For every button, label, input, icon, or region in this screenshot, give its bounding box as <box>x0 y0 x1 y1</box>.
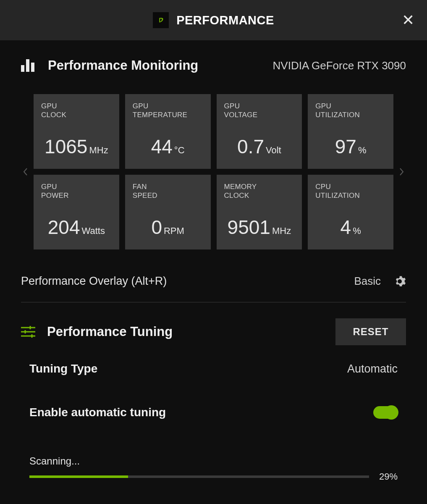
metric-gpu-voltage: GPUVOLTAGE 0.7 Volt <box>217 94 302 169</box>
metric-label: GPUUTILIZATION <box>315 102 386 120</box>
monitoring-title: Performance Monitoring <box>48 58 198 73</box>
close-icon[interactable]: ✕ <box>402 13 414 28</box>
metric-value: 9501 <box>228 216 270 239</box>
enable-tuning-toggle[interactable] <box>373 406 398 419</box>
svg-rect-2 <box>31 63 34 72</box>
progress-fill <box>29 475 128 478</box>
reset-button[interactable]: RESET <box>335 318 406 345</box>
progress-label: Scanning... <box>29 455 398 467</box>
metric-label: MEMORYCLOCK <box>224 182 295 201</box>
tuning-header: Performance Tuning RESET <box>21 318 406 345</box>
metric-fan-speed: FANSPEED 0 RPM <box>125 175 211 249</box>
bars-icon <box>21 59 36 72</box>
titlebar: PERFORMANCE ✕ <box>0 0 427 40</box>
metric-value-row: 44 °C <box>133 135 203 163</box>
metric-label: GPUPOWER <box>41 182 112 201</box>
svg-rect-1 <box>26 59 29 72</box>
metric-value: 1065 <box>45 135 87 158</box>
metric-gpu-util: GPUUTILIZATION 97 % <box>308 94 393 169</box>
titlebar-center: PERFORMANCE <box>153 12 274 28</box>
metric-gpu-clock: GPUCLOCK 1065 MHz <box>34 94 119 169</box>
monitoring-header: Performance Monitoring NVIDIA GeForce RT… <box>21 58 406 73</box>
sliders-icon <box>21 326 35 338</box>
enable-tuning-label: Enable automatic tuning <box>29 406 166 419</box>
metric-value-row: 0.7 Volt <box>224 135 295 163</box>
overlay-mode-select[interactable]: Basic <box>354 275 381 288</box>
metric-value: 0.7 <box>237 135 264 158</box>
metric-value-row: 204 Watts <box>41 216 112 244</box>
metric-label: GPUVOLTAGE <box>224 102 295 120</box>
gpu-name: NVIDIA GeForce RTX 3090 <box>273 59 406 72</box>
metrics-grid: GPUCLOCK 1065 MHz GPUTEMPERATURE 44 °C G… <box>34 94 393 249</box>
metric-value-row: 1065 MHz <box>41 135 112 163</box>
metric-label: CPUUTILIZATION <box>315 182 386 201</box>
metric-value: 4 <box>341 216 351 239</box>
metric-unit: % <box>358 145 367 156</box>
tuning-title: Performance Tuning <box>47 324 173 339</box>
metric-cpu-util: CPUUTILIZATION 4 % <box>308 175 393 249</box>
metric-unit: Watts <box>82 226 105 236</box>
metric-gpu-temp: GPUTEMPERATURE 44 °C <box>125 94 211 169</box>
metric-unit: MHz <box>272 226 291 236</box>
metric-value-row: 0 RPM <box>133 216 203 244</box>
metric-unit: RPM <box>164 226 184 236</box>
metric-unit: % <box>353 226 361 236</box>
metric-label: GPUTEMPERATURE <box>133 102 203 120</box>
tuning-type-value: Automatic <box>347 362 398 375</box>
metrics-next-button[interactable] <box>398 163 406 180</box>
metric-value-row: 9501 MHz <box>224 216 295 244</box>
metric-unit: °C <box>174 145 185 156</box>
metric-value: 44 <box>151 135 173 158</box>
metric-value: 97 <box>335 135 356 158</box>
toggle-knob-icon <box>384 405 398 420</box>
gear-icon[interactable] <box>393 275 406 288</box>
overlay-row: Performance Overlay (Alt+R) Basic <box>21 275 406 302</box>
progress-percent: 29% <box>379 471 398 482</box>
metric-label: GPUCLOCK <box>41 102 112 120</box>
tuning-type-row[interactable]: Tuning Type Automatic <box>21 362 406 375</box>
metric-value-row: 4 % <box>315 216 386 244</box>
metric-unit: MHz <box>89 145 108 156</box>
metric-value: 0 <box>151 216 162 239</box>
metric-value-row: 97 % <box>315 135 386 163</box>
metric-value: 204 <box>48 216 80 239</box>
metrics-prev-button[interactable] <box>21 163 29 180</box>
metric-gpu-power: GPUPOWER 204 Watts <box>34 175 119 249</box>
metric-label: FANSPEED <box>133 182 203 201</box>
svg-rect-0 <box>21 65 24 72</box>
metric-memory-clock: MEMORYCLOCK 9501 MHz <box>217 175 302 249</box>
titlebar-title: PERFORMANCE <box>176 13 274 27</box>
enable-tuning-row: Enable automatic tuning <box>21 406 406 419</box>
metric-unit: Volt <box>266 145 281 156</box>
tuning-type-label: Tuning Type <box>29 362 97 375</box>
tuning-progress: Scanning... 29% <box>21 455 406 482</box>
overlay-label: Performance Overlay (Alt+R) <box>21 275 167 288</box>
nvidia-logo-icon <box>153 12 169 28</box>
progress-bar <box>29 475 369 478</box>
